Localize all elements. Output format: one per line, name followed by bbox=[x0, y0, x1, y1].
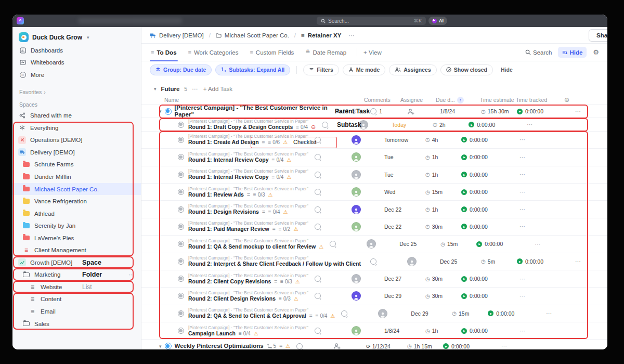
column-add-field[interactable]: ⊕ bbox=[564, 96, 607, 103]
comments-cell[interactable] bbox=[308, 137, 345, 143]
play-icon[interactable]: ▶ bbox=[461, 293, 467, 299]
sidebar-item-athlead[interactable]: Athlead bbox=[12, 207, 141, 220]
task-row-subtask[interactable]: [Pinterest Campaign] - "The Best Custome… bbox=[141, 218, 607, 236]
checklist-badge[interactable]: ≡0/4 bbox=[272, 174, 284, 180]
status-icon[interactable] bbox=[178, 189, 184, 195]
play-icon[interactable]: ▶ bbox=[488, 310, 493, 316]
time-tracked-cell[interactable]: ▶0:00:00 bbox=[460, 224, 509, 230]
time-estimate-cell[interactable]: ◷30m bbox=[424, 224, 460, 230]
assignee-cell[interactable] bbox=[371, 309, 407, 318]
play-icon[interactable]: ▶ bbox=[461, 137, 467, 142]
time-tracked-cell[interactable]: ▶0:00:00 bbox=[460, 154, 509, 160]
assignee-cell[interactable] bbox=[352, 120, 387, 129]
row-menu[interactable]: ⋯ bbox=[509, 206, 552, 213]
add-assignee-icon[interactable] bbox=[407, 108, 414, 115]
due-date-cell[interactable]: 1/8/24 bbox=[436, 108, 480, 114]
group-menu[interactable]: ⋯ bbox=[192, 85, 199, 93]
tab-date-remap[interactable]: ≞ Date Remap bbox=[304, 44, 347, 61]
due-date-cell[interactable]: Tue bbox=[380, 154, 424, 160]
time-tracked-cell[interactable]: ▶0:00:00 bbox=[487, 310, 535, 317]
checklist-badge[interactable]: ≡0/4 bbox=[272, 157, 284, 163]
play-icon[interactable]: ▶ bbox=[461, 328, 467, 334]
time-tracked-cell[interactable]: ▶0:00:00 bbox=[460, 206, 509, 213]
assignee-cell[interactable] bbox=[345, 274, 380, 283]
comments-cell[interactable] bbox=[335, 310, 371, 317]
sidebar-item-whiteboards[interactable]: Whiteboards bbox=[12, 57, 141, 69]
play-icon[interactable]: ▶ bbox=[517, 258, 523, 264]
status-icon[interactable] bbox=[178, 310, 184, 317]
task-row-subtask[interactable]: [Pinterest Campaign] - "The Best Custome… bbox=[141, 149, 607, 166]
column-time-tracked[interactable]: Time tracked bbox=[516, 97, 564, 103]
play-icon[interactable]: ▶ bbox=[461, 154, 467, 160]
comments-cell[interactable] bbox=[308, 189, 345, 195]
status-icon[interactable] bbox=[178, 293, 184, 299]
attachment-icon[interactable]: 0 bbox=[352, 109, 356, 114]
caret-down-icon[interactable]: ▾ bbox=[159, 109, 162, 114]
time-tracked-cell[interactable]: ▶0:00:00 bbox=[460, 172, 509, 178]
clickup-logo-icon[interactable]: ^ bbox=[17, 17, 24, 24]
play-icon[interactable]: ▶ bbox=[461, 206, 467, 212]
row-menu[interactable]: ⋯ bbox=[524, 241, 567, 248]
time-estimate-cell[interactable]: ◷2h bbox=[432, 122, 467, 128]
ai-button[interactable]: AI bbox=[428, 17, 447, 25]
column-due-date[interactable]: Due d... ↑ bbox=[436, 97, 480, 103]
favorites-section[interactable]: Favorites › bbox=[12, 88, 141, 96]
row-menu[interactable]: ⋯ bbox=[509, 154, 552, 161]
time-estimate-cell[interactable]: ◷30m bbox=[424, 293, 460, 299]
task-title[interactable]: Round 1: QA & Send mockup to client for … bbox=[188, 243, 316, 250]
caret-down-icon[interactable]: ▾ bbox=[159, 344, 162, 349]
column-comments[interactable]: Comments bbox=[364, 97, 400, 103]
play-icon[interactable]: ▶ bbox=[461, 224, 467, 229]
time-tracked-cell[interactable]: ▶0:00:00 bbox=[460, 293, 509, 299]
assignee-cell[interactable] bbox=[400, 108, 436, 115]
time-estimate-cell[interactable]: ◷15m bbox=[451, 310, 487, 317]
avatar[interactable] bbox=[367, 239, 376, 249]
status-icon[interactable] bbox=[178, 241, 184, 247]
global-search-input[interactable]: Search... ⌘K bbox=[317, 17, 426, 25]
assignees-pill[interactable]: Assignees bbox=[389, 64, 437, 75]
column-name[interactable]: Name bbox=[141, 97, 364, 103]
time-estimate-cell[interactable]: ◷30m bbox=[424, 276, 460, 282]
filters-pill[interactable]: Filters bbox=[303, 64, 339, 75]
breadcrumb-space[interactable]: Delivery [DEMO] bbox=[159, 32, 204, 38]
row-menu[interactable]: ⋯ bbox=[509, 276, 552, 282]
sort-ascending-icon[interactable]: ↑ bbox=[457, 97, 464, 103]
avatar[interactable] bbox=[352, 152, 361, 162]
checklist-badge[interactable]: ≡0/6 bbox=[268, 139, 280, 145]
task-title[interactable]: Weekly Pinterest Optimizations bbox=[175, 343, 264, 349]
time-tracked-cell[interactable]: ▶0:00:00 bbox=[460, 137, 509, 143]
breadcrumb-menu[interactable]: ⋯ bbox=[348, 32, 355, 39]
due-date-cell[interactable]: 1/8/24 bbox=[380, 328, 424, 334]
assignee-cell[interactable] bbox=[345, 222, 380, 231]
avatar[interactable] bbox=[378, 309, 387, 318]
task-row-subtask[interactable]: [Pinterest Campaign] - "The Best Custome… bbox=[141, 132, 607, 149]
gear-icon[interactable]: ⚙ bbox=[593, 48, 599, 56]
play-icon[interactable]: ▶ bbox=[443, 343, 449, 349]
time-estimate-cell[interactable]: ◷1h bbox=[424, 172, 460, 178]
sidebar-item-laverne-s-pies[interactable]: LaVerne's Pies bbox=[12, 232, 141, 244]
assignee-cell[interactable] bbox=[345, 170, 380, 179]
status-icon[interactable] bbox=[178, 172, 184, 178]
row-menu[interactable]: ⋯ bbox=[509, 189, 552, 196]
task-title[interactable]: Round 1: Draft Copy & Design Concepts bbox=[188, 124, 293, 131]
assignee-cell[interactable] bbox=[360, 239, 395, 249]
checklist-badge[interactable]: ≡0/3 bbox=[279, 296, 291, 302]
comments-cell[interactable]: 1 bbox=[364, 108, 400, 114]
row-menu[interactable]: ⋯ bbox=[509, 328, 552, 334]
status-icon[interactable] bbox=[178, 258, 184, 265]
spaces-section[interactable]: Spaces bbox=[12, 100, 141, 109]
tab-to-dos[interactable]: ≡ To Dos bbox=[150, 44, 178, 61]
time-estimate-cell[interactable]: ◷1h bbox=[424, 328, 460, 334]
avatar[interactable] bbox=[352, 135, 361, 145]
avatar[interactable] bbox=[352, 222, 361, 231]
status-icon[interactable] bbox=[178, 206, 184, 213]
due-date-cell[interactable]: Dec 22 bbox=[380, 224, 424, 230]
sidebar-item-website[interactable]: ≡WebsiteList bbox=[12, 281, 141, 293]
task-row-parent[interactable]: ▾[Pinterest Campaign] - "The Best Custom… bbox=[141, 105, 607, 118]
due-date-cell[interactable]: Tomorrow bbox=[380, 137, 424, 143]
status-icon[interactable] bbox=[165, 343, 172, 349]
due-date-cell[interactable]: Tue bbox=[380, 172, 424, 178]
due-date-cell[interactable]: Today bbox=[387, 122, 432, 128]
task-title[interactable]: Round 2: QA & Send to Client & Get Appro… bbox=[188, 313, 306, 319]
checklist-badge[interactable]: ≡0/4 bbox=[239, 331, 251, 336]
